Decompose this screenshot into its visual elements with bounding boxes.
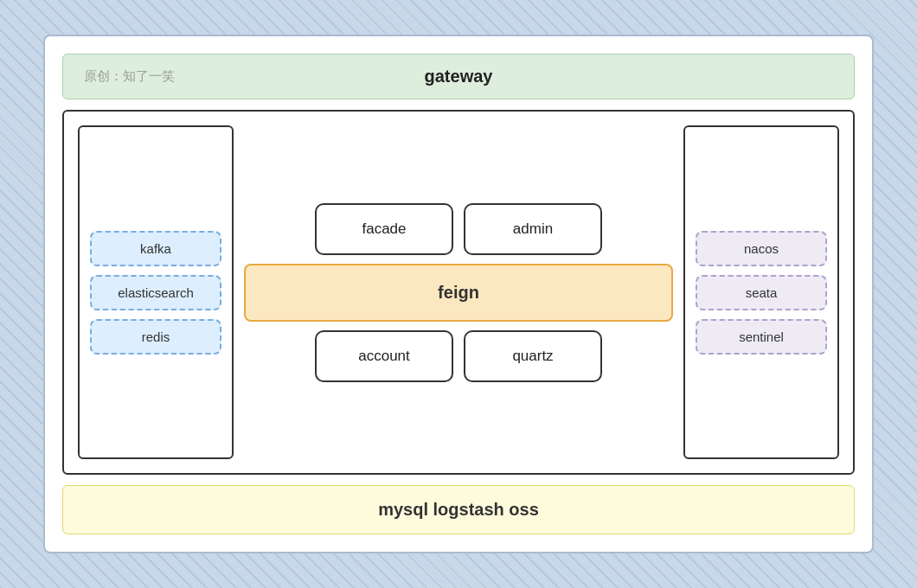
seata-box: seata: [696, 275, 827, 310]
quartz-box: quartz: [464, 330, 602, 382]
left-col: kafka elasticsearch redis: [78, 125, 234, 459]
main-section: kafka elasticsearch redis facade admin f…: [62, 110, 855, 475]
right-col: nacos seata sentinel: [683, 125, 839, 459]
bottom-bar: mysql logstash oss: [62, 485, 855, 534]
sentinel-box: sentinel: [696, 319, 827, 355]
facade-box: facade: [315, 203, 453, 255]
feign-box: feign: [244, 264, 673, 322]
center-col: facade admin feign account quartz: [244, 125, 673, 459]
gateway-title: gateway: [84, 67, 833, 86]
center-top-row: facade admin: [244, 203, 673, 255]
admin-box: admin: [464, 203, 602, 255]
gateway-credit: 原创：知了一笑: [84, 68, 175, 85]
elasticsearch-box: elasticsearch: [90, 275, 221, 310]
center-bottom-row: account quartz: [244, 330, 673, 382]
account-box: account: [315, 330, 453, 382]
gateway-bar: 原创：知了一笑 gateway: [62, 54, 855, 99]
redis-box: redis: [90, 319, 221, 355]
kafka-box: kafka: [90, 231, 221, 266]
outer-container: 原创：知了一笑 gateway kafka elasticsearch redi…: [43, 35, 874, 553]
nacos-box: nacos: [696, 231, 827, 266]
